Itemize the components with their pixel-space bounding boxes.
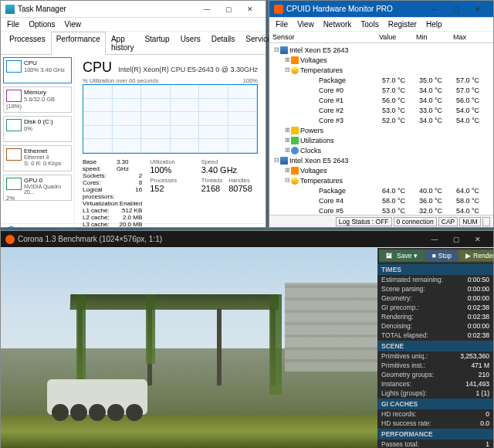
- cpu-chart[interactable]: [83, 84, 258, 154]
- chevron-down-icon: ▾: [414, 252, 418, 260]
- stat-row: Passes total:1: [377, 440, 493, 448]
- tile-disk[interactable]: Disk 0 (C:)0%: [3, 116, 72, 142]
- menu-register[interactable]: Register: [388, 20, 417, 29]
- tree-row[interactable]: ⊞Utilizations: [269, 135, 493, 145]
- section-gi: GI CACHES: [377, 399, 493, 409]
- tile-memory[interactable]: Memory5.8/32.0 GB (18%): [3, 87, 72, 113]
- hw-title: CPUID Hardware Monitor PRO: [286, 5, 424, 13]
- minimize-button[interactable]: —: [424, 232, 445, 247]
- tm-titlebar[interactable]: Task Manager — ▢ ✕: [1, 1, 266, 18]
- tab-startup[interactable]: Startup: [139, 32, 174, 54]
- tree-row[interactable]: ⊞Clocks: [269, 145, 493, 155]
- stat-row: Denoising:0:00:00: [377, 321, 493, 331]
- stat-row: TOTAL elapsed:0:02:38: [377, 331, 493, 340]
- menu-view[interactable]: View: [297, 20, 314, 29]
- tm-icon: [5, 5, 15, 14]
- tab-performance[interactable]: Performance: [51, 32, 106, 55]
- hw-menu: File View Network Tools Register Help: [269, 18, 493, 32]
- tree-row[interactable]: Core #253.0 °C33.0 °C54.0 °C: [269, 105, 493, 115]
- hw-statusbar: Log Status : OFF0 connectionCAPNUM: [269, 215, 493, 227]
- hw-tree[interactable]: ⊟Intel Xeon E5 2643⊞Voltages⊟Temperature…: [269, 43, 493, 215]
- tree-row[interactable]: Core #553.0 °C32.0 °C54.0 °C: [269, 205, 493, 215]
- menu-file[interactable]: File: [7, 20, 19, 29]
- close-button[interactable]: ✕: [239, 2, 261, 17]
- tree-row[interactable]: ⊟Intel Xeon E5 2643: [269, 45, 493, 55]
- stat-row: Instances:141,493: [377, 379, 493, 389]
- stat-row: HD success rate:0.0: [377, 419, 493, 428]
- stat-row: Geometry groups:210: [377, 370, 493, 379]
- tab-apphistory[interactable]: App history: [106, 32, 139, 54]
- section-scene: SCENE: [377, 341, 493, 351]
- menu-tools[interactable]: Tools: [360, 20, 378, 29]
- tree-row[interactable]: ⊟Temperatures: [269, 65, 493, 75]
- stat-row: Geometry:0:00:00: [377, 294, 493, 303]
- tree-row[interactable]: Package57.0 °C35.0 °C57.0 °C: [269, 75, 493, 85]
- tree-row[interactable]: Core #156.0 °C34.0 °C56.0 °C: [269, 95, 493, 105]
- render-button[interactable]: ▶Render: [458, 249, 493, 262]
- stat-row: Scene parsing:0:00:00: [377, 284, 493, 294]
- save-button[interactable]: Save▾: [379, 249, 425, 262]
- stat-row: Lights (groups):1 (1): [377, 389, 493, 398]
- minimize-button[interactable]: —: [424, 2, 445, 17]
- play-icon: ▶: [465, 252, 471, 260]
- menu-help[interactable]: Help: [426, 20, 442, 29]
- tile-gpu[interactable]: GPU 0NVIDIA Quadro 20...2%: [3, 175, 72, 201]
- stat-row: Estimated remaining:0:00:50: [377, 275, 493, 284]
- stat-row: GI precomp.:0:02:38: [377, 303, 493, 312]
- hwmonitor-window: CPUID Hardware Monitor PRO —▢✕ File View…: [269, 0, 494, 228]
- close-button[interactable]: ✕: [467, 2, 489, 17]
- tree-row[interactable]: Package64.0 °C40.0 °C64.0 °C: [269, 185, 493, 195]
- stat-row: Rendering:0:02:38: [377, 312, 493, 321]
- checkbox-icon: [386, 253, 392, 259]
- corona-window: Corona 1.3 Benchmark (1024×576px, 1:1) —…: [0, 230, 494, 448]
- cpu-heading: CPU: [83, 59, 112, 76]
- corona-icon: [5, 235, 15, 244]
- cpu-model: Intel(R) Xeon(R) CPU E5-2643 0 @ 3.30GHz: [118, 66, 258, 73]
- tm-title: Task Manager: [18, 5, 196, 13]
- shed-roof: [70, 294, 279, 310]
- tile-ethernet[interactable]: EthernetEthernet 4S: 0 R: 0 Kbps: [3, 145, 72, 171]
- tab-users[interactable]: Users: [175, 32, 206, 54]
- hw-columns: SensorValueMinMax: [269, 32, 493, 43]
- render-viewport[interactable]: [1, 248, 377, 448]
- cr-title: Corona 1.3 Benchmark (1024×576px, 1:1): [18, 235, 424, 243]
- section-perf: PERFORMANCE: [377, 429, 493, 440]
- tree-row[interactable]: ⊟Temperatures: [269, 175, 493, 185]
- tree-row[interactable]: Core #352.0 °C34.0 °C54.0 °C: [269, 115, 493, 125]
- tree-row[interactable]: ⊞Powers: [269, 125, 493, 135]
- tab-details[interactable]: Details: [206, 32, 241, 54]
- stop-icon: ■: [431, 252, 435, 260]
- maximize-button[interactable]: ▢: [445, 2, 467, 17]
- stat-row: Primitives inst.:471 M: [377, 361, 493, 370]
- tm-menu: File Options View: [1, 18, 266, 32]
- stat-row: HD records:0: [377, 409, 493, 419]
- menu-view[interactable]: View: [65, 20, 82, 29]
- section-times: TIMES: [377, 264, 493, 275]
- tree-row[interactable]: ⊞Voltages: [269, 55, 493, 65]
- tree-row[interactable]: ⊟Intel Xeon E5 2643: [269, 155, 493, 165]
- minimize-button[interactable]: —: [196, 2, 218, 17]
- close-button[interactable]: ✕: [467, 232, 489, 247]
- tree-row[interactable]: Core #458.0 °C36.0 °C58.0 °C: [269, 195, 493, 205]
- menu-network[interactable]: Network: [323, 20, 352, 29]
- cr-titlebar[interactable]: Corona 1.3 Benchmark (1024×576px, 1:1) —…: [1, 231, 493, 248]
- maximize-button[interactable]: ▢: [445, 232, 467, 247]
- maximize-button[interactable]: ▢: [218, 2, 239, 17]
- hw-icon: [274, 5, 283, 14]
- vehicle: [47, 379, 147, 415]
- tree-row[interactable]: ⊞Voltages: [269, 165, 493, 175]
- building: [285, 283, 377, 372]
- tm-tabs: Processes Performance App history Startu…: [1, 32, 266, 55]
- stop-button[interactable]: ■Stop: [425, 249, 458, 262]
- tab-processes[interactable]: Processes: [4, 32, 51, 54]
- hw-titlebar[interactable]: CPUID Hardware Monitor PRO —▢✕: [269, 1, 493, 18]
- stat-row: Primitives uniq.:3,253,360: [377, 351, 493, 361]
- task-manager-window: Task Manager — ▢ ✕ File Options View Pro…: [0, 0, 266, 228]
- tile-cpu[interactable]: CPU100% 3.40 GHz: [3, 57, 72, 83]
- cr-toolbar: Save▾ ■Stop ▶Render: [377, 248, 493, 263]
- tree-row[interactable]: Core #057.0 °C34.0 °C57.0 °C: [269, 85, 493, 95]
- cr-side-panel: Save▾ ■Stop ▶Render TIMESEstimated remai…: [377, 248, 493, 448]
- menu-file[interactable]: File: [276, 20, 288, 29]
- menu-options[interactable]: Options: [29, 20, 55, 29]
- tm-sidebar: CPU100% 3.40 GHz Memory5.8/32.0 GB (18%)…: [1, 55, 75, 223]
